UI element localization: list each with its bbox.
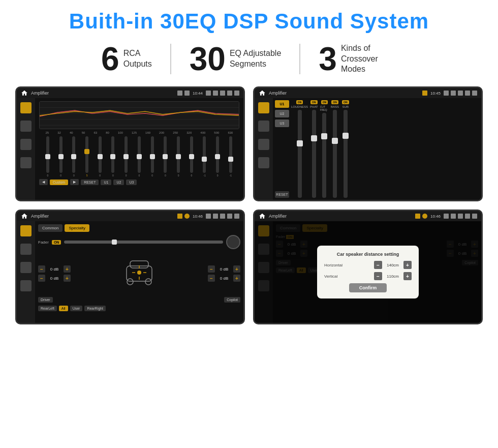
user-btn[interactable]: User	[70, 306, 83, 311]
eq-u1-btn[interactable]: U1	[101, 180, 111, 185]
db-minus-2[interactable]: −	[38, 275, 45, 282]
db-plus-3[interactable]: +	[233, 265, 240, 273]
channel-phat: ON PHAT	[309, 100, 319, 198]
vertical-minus-btn[interactable]: −	[374, 272, 382, 280]
sub-label: SUB	[343, 105, 349, 108]
eq-custom-btn[interactable]: Custom	[50, 180, 68, 185]
slider-2[interactable]: 0	[59, 136, 63, 177]
mixer-u1-btn[interactable]: U1	[275, 100, 289, 108]
eq-sidebar-icon-3[interactable]	[20, 139, 32, 150]
db-control-2: − 0 dB +	[38, 275, 71, 282]
eq-sidebar-icon-1[interactable]	[20, 102, 32, 113]
slider-7[interactable]: 0	[124, 136, 128, 177]
db-control-1: − 0 dB +	[38, 265, 71, 273]
spk-sidebar-icon-4[interactable]	[20, 280, 32, 291]
cutfreq-on-btn[interactable]: ON	[321, 100, 328, 104]
eq-graph	[39, 101, 239, 129]
dialog-horizontal-row: Horizontal − 140cm +	[324, 261, 412, 269]
speaker-topbar-title: Amplifier	[31, 214, 174, 219]
db-minus-4[interactable]: −	[208, 275, 215, 282]
specialty-tab[interactable]: Specialty	[65, 224, 89, 232]
speaker-main: Common Specialty Fader ON	[35, 221, 243, 323]
slider-14[interactable]: 0	[216, 136, 219, 177]
speaker-bottom-buttons: RearLeft All User RearRight	[38, 306, 240, 311]
slider-9[interactable]: 0	[151, 136, 154, 177]
mixer-topbar: Amplifier 10:45	[255, 88, 481, 98]
eq-u2-btn[interactable]: U2	[113, 180, 124, 185]
eq-play-btn[interactable]: ▶	[70, 179, 79, 185]
cutfreq-label: CUT FREQ	[320, 105, 329, 111]
eq-prev-btn[interactable]: ◀	[39, 179, 48, 185]
slider-1[interactable]: 0	[46, 136, 49, 177]
eq-sidebar-icon-2[interactable]	[20, 121, 32, 132]
phat-on-btn[interactable]: ON	[310, 100, 318, 104]
slider-3[interactable]: 0	[72, 136, 75, 177]
all-btn[interactable]: All	[59, 306, 68, 311]
fader-on-btn[interactable]: ON	[52, 240, 61, 245]
horizontal-label: Horizontal	[324, 263, 343, 267]
db-plus-4[interactable]: +	[233, 275, 240, 282]
horizontal-plus-btn[interactable]: +	[403, 261, 412, 269]
eq-u3-btn[interactable]: U3	[126, 180, 137, 185]
spk-cam-icon	[206, 214, 211, 219]
common-tab[interactable]: Common	[38, 224, 63, 232]
spk-sidebar-icon-3[interactable]	[20, 262, 32, 273]
driver-btn[interactable]: Driver	[38, 297, 53, 303]
horizontal-minus-btn[interactable]: −	[374, 261, 382, 269]
loudness-on-btn[interactable]: ON	[296, 100, 303, 104]
eq-reset-btn[interactable]: RESET	[81, 180, 99, 185]
copilot-btn[interactable]: Copilot	[224, 297, 240, 303]
slider-10[interactable]: 0	[164, 136, 167, 177]
eq-sidebar-icon-4[interactable]	[20, 157, 32, 168]
stat-rca: 6 RCA Outputs	[83, 43, 170, 75]
speaker-tabs: Common Specialty	[38, 224, 240, 232]
slider-5[interactable]: 0	[99, 136, 102, 177]
db-plus-2[interactable]: +	[64, 275, 71, 282]
mixer-dot-icon	[422, 91, 427, 96]
vertical-plus-btn[interactable]: +	[403, 272, 412, 280]
mixer-u2-btn[interactable]: U2	[275, 110, 289, 117]
db-plus-1[interactable]: +	[64, 265, 71, 273]
db-value-3: 0 dB	[217, 267, 231, 272]
db-minus-1[interactable]: −	[38, 265, 45, 273]
home-icon	[21, 89, 28, 97]
mixer-sidebar-icon-3[interactable]	[258, 139, 269, 150]
db-minus-3[interactable]: −	[208, 265, 215, 273]
rearleft-btn[interactable]: RearLeft	[38, 306, 57, 311]
fader-label: Fader	[38, 240, 49, 245]
bass-on-btn[interactable]: ON	[331, 100, 338, 104]
db-value-4: 0 dB	[217, 276, 231, 281]
slider-12[interactable]: 0	[190, 136, 193, 177]
page-title: Buith-in 30EQ DSP Sound System	[15, 9, 483, 34]
slider-4[interactable]: 5	[85, 136, 88, 177]
speaker-topbar-icons2	[206, 214, 239, 219]
slider-11[interactable]: 0	[177, 136, 180, 177]
slider-8[interactable]: 0	[138, 136, 141, 177]
speaker-dot2-icon	[184, 214, 190, 219]
confirm-button[interactable]: Confirm	[349, 283, 387, 292]
slider-6[interactable]: 0	[111, 136, 114, 177]
db-value-1: 0 dB	[47, 267, 61, 272]
db-control-3: − 0 dB +	[208, 265, 240, 273]
slider-13[interactable]: -1	[203, 136, 206, 177]
channel-sub: ON SUB	[341, 100, 350, 198]
fader-knob[interactable]	[226, 235, 240, 249]
mixer-sidebar-icon-4[interactable]	[258, 157, 269, 168]
dialog-title: Car speaker distance setting	[324, 252, 412, 257]
mixer-sidebar-icon-1[interactable]	[258, 102, 269, 113]
sub-on-btn[interactable]: ON	[342, 100, 349, 104]
mixer-sidebar-icon-2[interactable]	[258, 121, 269, 132]
rearright-btn[interactable]: RearRight	[84, 306, 106, 311]
mixer-u3-btn[interactable]: U3	[275, 120, 289, 127]
eq-sliders: 0 0 0 5 0 0 0 0 0 0 0 0 -1 0 -1	[39, 136, 239, 177]
eq-topbar-title: Amplifier	[31, 91, 174, 96]
slider-15[interactable]: -1	[229, 136, 232, 177]
mixer-channels: ON LOUDNESS ON PHAT	[291, 100, 350, 198]
spk-sidebar-icon-1[interactable]	[20, 225, 32, 236]
mixer-home-icon	[259, 89, 266, 97]
spk-sidebar-icon-2[interactable]	[20, 244, 32, 255]
spk-back-icon	[234, 214, 239, 219]
mixer-reset-btn[interactable]: RESET	[275, 191, 289, 198]
mixer-sidebar	[255, 98, 273, 200]
eq-frequencies: 25 32 40 50 63 80 100 125 160 200 250 32…	[39, 131, 239, 134]
